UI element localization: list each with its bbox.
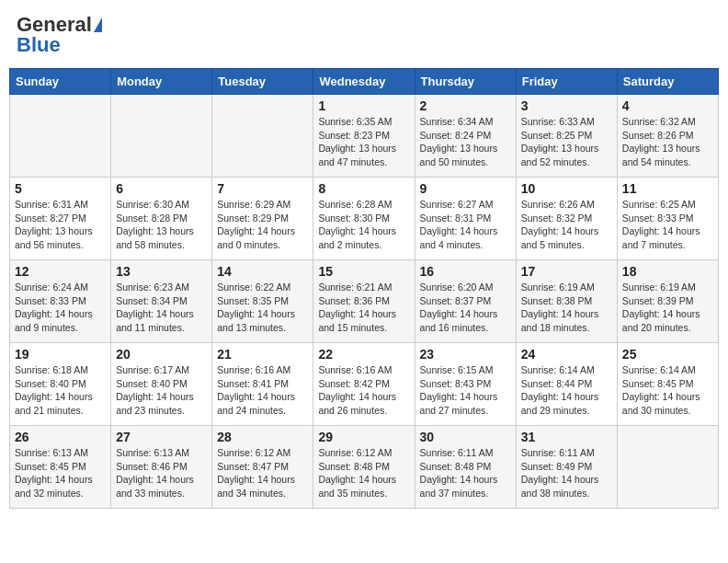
col-header-thursday: Thursday (415, 69, 516, 95)
calendar-header-row: SundayMondayTuesdayWednesdayThursdayFrid… (10, 69, 719, 95)
calendar-cell: 30Sunrise: 6:11 AM Sunset: 8:48 PM Dayli… (415, 426, 516, 509)
calendar-cell: 4Sunrise: 6:32 AM Sunset: 8:26 PM Daylig… (617, 95, 718, 178)
calendar-cell: 19Sunrise: 6:18 AM Sunset: 8:40 PM Dayli… (10, 343, 111, 426)
day-number: 4 (622, 98, 713, 113)
day-number: 31 (521, 430, 612, 444)
day-number: 3 (521, 98, 612, 113)
calendar-cell: 20Sunrise: 6:17 AM Sunset: 8:40 PM Dayli… (111, 343, 212, 426)
day-number: 17 (521, 264, 612, 279)
day-info: Sunrise: 6:23 AM Sunset: 8:34 PM Dayligh… (116, 281, 207, 335)
day-info: Sunrise: 6:13 AM Sunset: 8:46 PM Dayligh… (116, 446, 207, 500)
col-header-wednesday: Wednesday (313, 69, 415, 95)
calendar-cell: 27Sunrise: 6:13 AM Sunset: 8:46 PM Dayli… (111, 426, 212, 509)
day-info: Sunrise: 6:13 AM Sunset: 8:45 PM Dayligh… (15, 446, 106, 500)
day-info: Sunrise: 6:24 AM Sunset: 8:33 PM Dayligh… (15, 281, 106, 335)
calendar-cell: 17Sunrise: 6:19 AM Sunset: 8:38 PM Dayli… (516, 260, 617, 343)
day-number: 19 (15, 347, 106, 362)
day-number: 9 (420, 181, 511, 196)
col-header-saturday: Saturday (617, 69, 718, 95)
day-number: 25 (622, 347, 713, 362)
day-info: Sunrise: 6:34 AM Sunset: 8:24 PM Dayligh… (420, 115, 511, 169)
day-info: Sunrise: 6:20 AM Sunset: 8:37 PM Dayligh… (420, 281, 511, 335)
calendar-cell: 23Sunrise: 6:15 AM Sunset: 8:43 PM Dayli… (415, 343, 516, 426)
calendar-week-row: 26Sunrise: 6:13 AM Sunset: 8:45 PM Dayli… (10, 426, 719, 509)
calendar-cell: 18Sunrise: 6:19 AM Sunset: 8:39 PM Dayli… (617, 260, 718, 343)
logo-blue-text: Blue (17, 33, 61, 57)
calendar-cell: 9Sunrise: 6:27 AM Sunset: 8:31 PM Daylig… (415, 178, 516, 260)
calendar-cell: 3Sunrise: 6:33 AM Sunset: 8:25 PM Daylig… (516, 95, 617, 178)
day-number: 27 (116, 430, 207, 444)
day-info: Sunrise: 6:30 AM Sunset: 8:28 PM Dayligh… (116, 198, 207, 252)
day-info: Sunrise: 6:27 AM Sunset: 8:31 PM Dayligh… (420, 198, 511, 252)
day-number: 1 (318, 98, 409, 113)
day-info: Sunrise: 6:31 AM Sunset: 8:27 PM Dayligh… (15, 198, 106, 252)
calendar-cell (212, 95, 313, 178)
day-info: Sunrise: 6:18 AM Sunset: 8:40 PM Dayligh… (15, 363, 106, 418)
calendar-cell: 31Sunrise: 6:11 AM Sunset: 8:49 PM Dayli… (516, 426, 617, 509)
day-info: Sunrise: 6:29 AM Sunset: 8:29 PM Dayligh… (217, 198, 308, 252)
calendar-cell: 14Sunrise: 6:22 AM Sunset: 8:35 PM Dayli… (212, 260, 313, 343)
day-number: 6 (116, 181, 207, 196)
day-info: Sunrise: 6:28 AM Sunset: 8:30 PM Dayligh… (318, 198, 409, 252)
day-info: Sunrise: 6:11 AM Sunset: 8:48 PM Dayligh… (420, 446, 511, 500)
calendar-cell: 29Sunrise: 6:12 AM Sunset: 8:48 PM Dayli… (313, 426, 415, 509)
calendar-cell: 10Sunrise: 6:26 AM Sunset: 8:32 PM Dayli… (516, 178, 617, 260)
day-number: 11 (622, 181, 713, 196)
day-number: 14 (217, 264, 308, 279)
page-header: General Blue (9, 9, 719, 61)
calendar-cell: 7Sunrise: 6:29 AM Sunset: 8:29 PM Daylig… (212, 178, 313, 260)
day-info: Sunrise: 6:17 AM Sunset: 8:40 PM Dayligh… (116, 363, 207, 418)
calendar-cell (111, 95, 212, 178)
day-number: 20 (116, 347, 207, 362)
day-info: Sunrise: 6:32 AM Sunset: 8:26 PM Dayligh… (622, 115, 713, 169)
day-info: Sunrise: 6:35 AM Sunset: 8:23 PM Dayligh… (318, 115, 409, 169)
day-number: 18 (622, 264, 713, 279)
col-header-sunday: Sunday (10, 69, 111, 95)
day-info: Sunrise: 6:12 AM Sunset: 8:48 PM Dayligh… (318, 446, 409, 500)
calendar-week-row: 19Sunrise: 6:18 AM Sunset: 8:40 PM Dayli… (10, 343, 719, 426)
day-number: 12 (15, 264, 106, 279)
calendar-cell: 11Sunrise: 6:25 AM Sunset: 8:33 PM Dayli… (617, 178, 718, 260)
calendar-cell: 25Sunrise: 6:14 AM Sunset: 8:45 PM Dayli… (617, 343, 718, 426)
day-number: 28 (217, 430, 308, 444)
day-number: 2 (420, 98, 511, 113)
day-info: Sunrise: 6:26 AM Sunset: 8:32 PM Dayligh… (521, 198, 612, 252)
day-info: Sunrise: 6:12 AM Sunset: 8:47 PM Dayligh… (217, 446, 308, 500)
day-number: 21 (217, 347, 308, 362)
calendar-table: SundayMondayTuesdayWednesdayThursdayFrid… (9, 68, 719, 509)
calendar-cell: 13Sunrise: 6:23 AM Sunset: 8:34 PM Dayli… (111, 260, 212, 343)
day-number: 7 (217, 181, 308, 196)
day-number: 15 (318, 264, 409, 279)
day-number: 24 (521, 347, 612, 362)
col-header-friday: Friday (516, 69, 617, 95)
calendar-cell: 5Sunrise: 6:31 AM Sunset: 8:27 PM Daylig… (10, 178, 111, 260)
calendar-cell: 1Sunrise: 6:35 AM Sunset: 8:23 PM Daylig… (313, 95, 415, 178)
day-number: 16 (420, 264, 511, 279)
day-info: Sunrise: 6:14 AM Sunset: 8:45 PM Dayligh… (622, 363, 713, 418)
day-info: Sunrise: 6:11 AM Sunset: 8:49 PM Dayligh… (521, 446, 612, 500)
day-number: 5 (15, 181, 106, 196)
calendar-week-row: 5Sunrise: 6:31 AM Sunset: 8:27 PM Daylig… (10, 178, 719, 260)
calendar-cell: 16Sunrise: 6:20 AM Sunset: 8:37 PM Dayli… (415, 260, 516, 343)
logo: General Blue (17, 13, 102, 57)
calendar-cell: 21Sunrise: 6:16 AM Sunset: 8:41 PM Dayli… (212, 343, 313, 426)
day-info: Sunrise: 6:19 AM Sunset: 8:38 PM Dayligh… (521, 281, 612, 335)
calendar-cell: 15Sunrise: 6:21 AM Sunset: 8:36 PM Dayli… (313, 260, 415, 343)
calendar-cell: 6Sunrise: 6:30 AM Sunset: 8:28 PM Daylig… (111, 178, 212, 260)
day-number: 10 (521, 181, 612, 196)
calendar-week-row: 1Sunrise: 6:35 AM Sunset: 8:23 PM Daylig… (10, 95, 719, 178)
calendar-cell: 12Sunrise: 6:24 AM Sunset: 8:33 PM Dayli… (10, 260, 111, 343)
calendar-cell: 26Sunrise: 6:13 AM Sunset: 8:45 PM Dayli… (10, 426, 111, 509)
calendar-cell: 28Sunrise: 6:12 AM Sunset: 8:47 PM Dayli… (212, 426, 313, 509)
day-info: Sunrise: 6:22 AM Sunset: 8:35 PM Dayligh… (217, 281, 308, 335)
calendar-cell: 24Sunrise: 6:14 AM Sunset: 8:44 PM Dayli… (516, 343, 617, 426)
col-header-tuesday: Tuesday (212, 69, 313, 95)
calendar-cell: 22Sunrise: 6:16 AM Sunset: 8:42 PM Dayli… (313, 343, 415, 426)
calendar-cell (617, 426, 718, 509)
day-info: Sunrise: 6:25 AM Sunset: 8:33 PM Dayligh… (622, 198, 713, 252)
day-info: Sunrise: 6:33 AM Sunset: 8:25 PM Dayligh… (521, 115, 612, 169)
day-info: Sunrise: 6:16 AM Sunset: 8:41 PM Dayligh… (217, 363, 308, 418)
day-number: 22 (318, 347, 409, 362)
day-number: 8 (318, 181, 409, 196)
calendar-cell: 2Sunrise: 6:34 AM Sunset: 8:24 PM Daylig… (415, 95, 516, 178)
